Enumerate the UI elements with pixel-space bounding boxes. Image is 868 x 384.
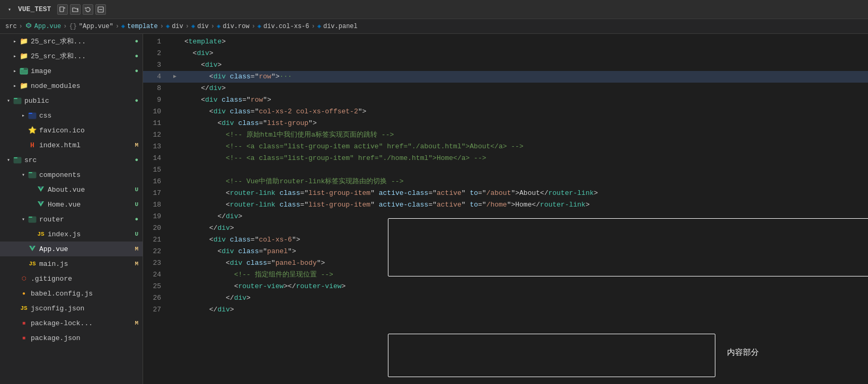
sidebar-item-pkg[interactable]: ▸ ■ package.json bbox=[0, 331, 143, 345]
sidebar-item-label: router bbox=[39, 216, 132, 224]
sidebar-item-babel[interactable]: ▸ ● babel.config.js bbox=[0, 286, 143, 301]
line-number: 2 bbox=[143, 48, 170, 59]
line-number: 20 bbox=[143, 222, 170, 234]
sidebar-item-src[interactable]: ▾ src ● bbox=[0, 153, 143, 167]
breadcrumb-appvue[interactable]: App.vue bbox=[34, 23, 61, 30]
breadcrumb-template-icon: ◈ bbox=[121, 22, 125, 30]
line-number: 14 bbox=[143, 153, 170, 164]
sidebar-item-label: components bbox=[39, 171, 138, 179]
breadcrumb-curly: {} bbox=[69, 23, 76, 30]
code-line-26: 26 </div> bbox=[143, 292, 868, 304]
main-layout: ▸ 📁 25_src_求和... ● ▸ 📁 25_src_求和... ● ▸ … bbox=[0, 34, 868, 384]
breadcrumb-appvue-str[interactable]: "App.vue" bbox=[79, 23, 113, 30]
collapse-button[interactable] bbox=[95, 4, 106, 15]
svg-rect-10 bbox=[20, 69, 28, 74]
line-number: 12 bbox=[143, 129, 170, 141]
line-code: </div> bbox=[180, 304, 868, 316]
sidebar-item-label: public bbox=[24, 97, 132, 105]
breadcrumb-src[interactable]: src bbox=[5, 23, 17, 30]
code-line-16: 16 <!-- Vue中借助router-link标签实现路由的切换 --> bbox=[143, 176, 868, 187]
pkg-icon: ■ bbox=[19, 318, 29, 328]
sidebar-item-router[interactable]: ▾ router ● bbox=[0, 212, 143, 227]
sidebar-item-label: package-lock... bbox=[31, 319, 132, 327]
collapse-arrow: ▾ bbox=[4, 96, 13, 105]
collapse-arrow: ▸ bbox=[19, 111, 28, 120]
sidebar-item-badge: ● bbox=[135, 97, 138, 104]
sidebar-item-index-js[interactable]: ▸ JS index.js U bbox=[0, 227, 143, 242]
sidebar-item-main-js[interactable]: ▸ JS main.js M bbox=[0, 256, 143, 271]
sidebar-item-index-html[interactable]: ▸ H index.html M bbox=[0, 138, 143, 153]
line-code: <div> bbox=[180, 59, 868, 71]
collapse-arrow: ▾ bbox=[4, 156, 13, 164]
breadcrumb-div2-icon: ◈ bbox=[191, 22, 195, 30]
file-explorer: ▸ 📁 25_src_求和... ● ▸ 📁 25_src_求和... ● ▸ … bbox=[0, 34, 143, 384]
collapse-arrow: ▸ bbox=[11, 82, 19, 90]
breadcrumb-div2[interactable]: div bbox=[197, 23, 209, 30]
sidebar-item-badge: U bbox=[135, 186, 138, 193]
sidebar-item-components[interactable]: ▾ components bbox=[0, 167, 143, 182]
svg-rect-13 bbox=[14, 98, 17, 99]
sidebar-item-node-modules[interactable]: ▸ 📁 node_modules bbox=[0, 78, 143, 93]
breadcrumb-divrow[interactable]: div.row bbox=[223, 23, 249, 30]
breadcrumb-sep-8: › bbox=[312, 23, 315, 30]
code-line-2: 2 <div> bbox=[143, 48, 868, 59]
code-line-8: 8 </div> bbox=[143, 83, 868, 94]
sidebar-item-jsconfig[interactable]: ▸ JS jsconfig.json bbox=[0, 301, 143, 316]
line-code: <div class="panel-body"> bbox=[180, 257, 868, 269]
code-line-14: 14 <!-- <a class="list-group-item" href=… bbox=[143, 153, 868, 164]
sidebar-item-badge: ● bbox=[135, 68, 138, 74]
line-code: <!-- Vue中借助router-link标签实现路由的切换 --> bbox=[180, 176, 868, 187]
sidebar-item-label: package.json bbox=[31, 334, 138, 342]
breadcrumb-div1[interactable]: div bbox=[172, 23, 183, 30]
code-line-12: 12 <!-- 原始html中我们使用a标签实现页面的跳转 --> bbox=[143, 129, 868, 141]
new-folder-button[interactable] bbox=[70, 4, 81, 15]
line-number: 19 bbox=[143, 211, 170, 222]
breadcrumb-divpanel[interactable]: div.panel bbox=[323, 23, 358, 30]
sidebar-item-label: main.js bbox=[39, 260, 132, 268]
code-line-22: 22 <div class="panel"> bbox=[143, 246, 868, 257]
breadcrumb-sep-6: › bbox=[211, 23, 215, 30]
sidebar-item-gitignore[interactable]: ▸ ⬡ .gitignore bbox=[0, 271, 143, 286]
sidebar-item-about-vue[interactable]: ▸ About.vue U bbox=[0, 182, 143, 197]
folder-components-icon bbox=[28, 170, 37, 180]
line-code: <div class="row"> bbox=[180, 94, 868, 106]
sidebar-item-image[interactable]: ▸ image ● bbox=[0, 64, 143, 78]
breadcrumb-sep-1: › bbox=[19, 23, 23, 30]
line-number: 27 bbox=[143, 304, 170, 316]
sidebar-item-label: Home.vue bbox=[48, 201, 132, 209]
breadcrumb-divcolxs6-icon: ◈ bbox=[258, 22, 261, 30]
folder-css-icon bbox=[28, 111, 37, 120]
line-code: <div class="list-group"> bbox=[180, 118, 868, 129]
code-editor[interactable]: 1 <template> 2 <div> 3 <div> 4 ▶ bbox=[143, 34, 868, 384]
sidebar-collapse-arrow[interactable]: ▾ bbox=[5, 5, 14, 14]
line-code: <div> bbox=[180, 48, 868, 59]
line-code: <!-- 指定组件的呈现位置 --> bbox=[180, 269, 868, 281]
collapse-arrow: ▸ bbox=[11, 37, 19, 46]
new-file-button[interactable] bbox=[57, 4, 68, 15]
code-line-19: 19 </div> bbox=[143, 211, 868, 222]
sidebar-item-label: node_modules bbox=[31, 82, 138, 90]
sidebar-item-home-vue[interactable]: ▸ Home.vue U bbox=[0, 197, 143, 212]
svg-rect-0 bbox=[60, 7, 64, 12]
sidebar-item-label: index.html bbox=[39, 141, 132, 149]
line-code: <div class="row">··· bbox=[180, 71, 868, 83]
code-line-3: 3 <div> bbox=[143, 59, 868, 71]
code-content: 1 <template> 2 <div> 3 <div> 4 ▶ bbox=[143, 34, 868, 318]
sidebar-item-pkg-lock[interactable]: ▸ ■ package-lock... M bbox=[0, 316, 143, 331]
sidebar-item-css[interactable]: ▸ css bbox=[0, 108, 143, 123]
sidebar-item-25-1[interactable]: ▸ 📁 25_src_求和... ● bbox=[0, 34, 143, 49]
sidebar-item-favicon[interactable]: ▸ ⭐ favicon.ico bbox=[0, 123, 143, 138]
sidebar-item-badge: ● bbox=[135, 216, 138, 222]
folder-icon: 📁 bbox=[19, 51, 29, 61]
sidebar-item-public[interactable]: ▾ public ● bbox=[0, 93, 143, 108]
breadcrumb-divcolxs6[interactable]: div.col-xs-6 bbox=[263, 23, 309, 30]
refresh-button[interactable] bbox=[83, 4, 93, 15]
sidebar-item-app-vue[interactable]: ▸ App.vue M bbox=[0, 242, 143, 256]
line-number: 18 bbox=[143, 199, 170, 211]
sidebar-item-25-2[interactable]: ▸ 📁 25_src_求和... ● bbox=[0, 49, 143, 64]
fold-arrow[interactable]: ▶ bbox=[170, 71, 180, 83]
line-code: <router-link class="list-group-item" act… bbox=[180, 187, 868, 199]
code-line-10: 10 <div class="col-xs-2 col-xs-offset-2"… bbox=[143, 106, 868, 118]
breadcrumb-template[interactable]: template bbox=[127, 23, 158, 30]
babel-icon: ● bbox=[19, 289, 29, 298]
